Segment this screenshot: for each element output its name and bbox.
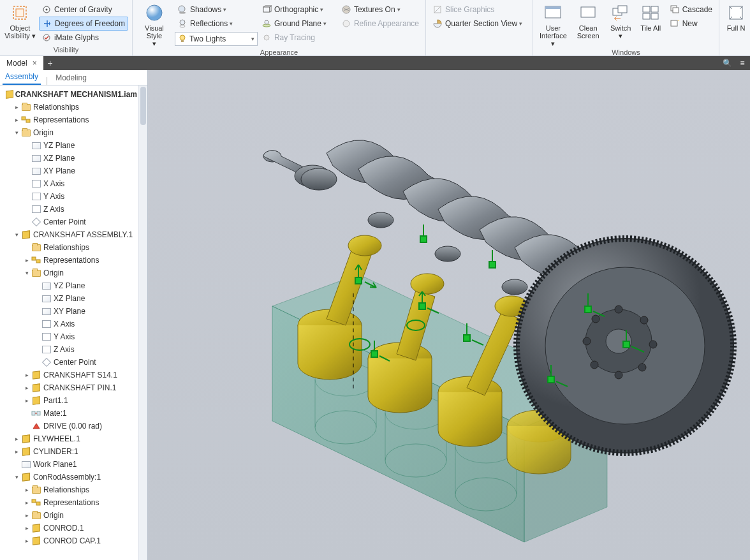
tree-crankshaft-pin[interactable]: ▸CRANKSHAFT PIN.1: [1, 381, 147, 394]
tree-drive[interactable]: DRIVE (0.00 rad): [1, 420, 147, 432]
textures-button[interactable]: Textures On: [339, 3, 422, 17]
reps-icon: [21, 115, 31, 125]
tree-asm-y[interactable]: Y Axis: [1, 330, 147, 343]
tree-conrod-origin[interactable]: ▸Origin: [1, 509, 147, 522]
chevron-down-icon: ▾: [251, 36, 254, 42]
svg-rect-35: [36, 260, 40, 263]
tile-all-button[interactable]: Tile All: [637, 1, 665, 47]
tree-x-axis[interactable]: X Axis: [1, 177, 147, 190]
degrees-of-freedom-button[interactable]: Degrees of Freedom: [39, 17, 128, 31]
tree-conrod-reps[interactable]: ▸Representations: [1, 496, 147, 509]
tree-asm-xy[interactable]: XY Plane: [1, 305, 147, 318]
imate-glyphs-button[interactable]: iMate Glyphs: [39, 31, 128, 45]
object-visibility-button[interactable]: ObjectVisibility ▾: [4, 1, 36, 45]
panel-tab-model[interactable]: Model ×: [0, 56, 43, 70]
tree-flywheel[interactable]: ▸FLYWHEEL.1: [1, 432, 147, 445]
switch-label: Switch▾: [610, 24, 631, 40]
tree-asm-representations[interactable]: ▸Representations: [1, 254, 147, 267]
cascade-button[interactable]: Cascade: [667, 3, 715, 17]
tree-conrod-rel[interactable]: ▸Relationships: [1, 483, 147, 496]
visibility-group-label: Visibility: [4, 45, 128, 55]
tree-center-point[interactable]: Center Point: [1, 216, 147, 228]
tree-part1[interactable]: ▸Part1.1: [1, 394, 147, 407]
menu-icon[interactable]: ≡: [735, 59, 750, 68]
tree-crankshaft-s14[interactable]: ▸CRANKSHAFT S14.1: [1, 369, 147, 381]
orthographic-label: Orthographic: [274, 5, 318, 14]
refine-appearance-button[interactable]: Refine Appearance: [339, 17, 422, 31]
center-of-gravity-button[interactable]: Center of Gravity: [39, 3, 128, 17]
scrollbar-thumb[interactable]: [140, 87, 146, 125]
tab-modeling[interactable]: Modeling: [53, 71, 89, 85]
part-icon: [21, 446, 31, 457]
tree-workplane[interactable]: Work Plane1: [1, 458, 147, 471]
tree-z-axis[interactable]: Z Axis: [1, 203, 147, 216]
svg-point-3: [45, 9, 47, 11]
svg-rect-33: [26, 119, 30, 122]
tree-cylinder[interactable]: ▸CYLINDER:1: [1, 445, 147, 458]
tree-yz-plane[interactable]: YZ Plane: [1, 139, 147, 152]
svg-point-14: [265, 20, 268, 24]
plane-icon: [31, 140, 41, 151]
tree-scrollbar[interactable]: [138, 85, 147, 560]
tree-asm-z[interactable]: Z Axis: [1, 343, 147, 356]
switch-button[interactable]: Switch▾: [607, 1, 635, 47]
svg-point-56: [368, 212, 393, 228]
add-panel-button[interactable]: +: [43, 58, 57, 68]
svg-rect-76: [371, 351, 378, 357]
object-visibility-label: ObjectVisibility ▾: [4, 24, 36, 40]
tree-conrod-cap[interactable]: ▸CONROD CAP.1: [1, 534, 147, 547]
tree-asm-origin[interactable]: ▾Origin: [1, 267, 147, 279]
quarter-section-button[interactable]: Quarter Section View: [430, 17, 529, 31]
tree-xz-plane[interactable]: XZ Plane: [1, 152, 147, 165]
ground-plane-button[interactable]: Ground Plane: [259, 17, 336, 31]
tile-icon: [640, 3, 661, 23]
tree-asm-x[interactable]: X Axis: [1, 318, 147, 330]
visual-style-button[interactable]: Visual Style▾: [136, 1, 172, 47]
tree-origin[interactable]: ▾Origin: [1, 126, 147, 139]
tree-y-axis[interactable]: Y Axis: [1, 190, 147, 203]
3d-viewport[interactable]: [148, 70, 750, 560]
tree-crankshaft-assembly[interactable]: ▾CRANKSHAFT ASSEMBLY.1: [1, 228, 147, 241]
tree-relationships[interactable]: ▸Relationships: [1, 101, 147, 114]
tree-representations[interactable]: ▸Representations: [1, 114, 147, 126]
svg-point-66: [640, 316, 648, 324]
tree-root[interactable]: CRANKSHAFT MECHANISM1.iam: [1, 88, 147, 101]
tree-conrod-assembly[interactable]: ▾ConRodAssembly:1: [1, 471, 147, 483]
shadow-icon: [177, 4, 188, 15]
user-interface-button[interactable]: UserInterface ▾: [537, 1, 570, 47]
tab-assembly[interactable]: Assembly: [3, 70, 41, 85]
orthographic-button[interactable]: Orthographic: [259, 3, 336, 17]
new-window-button[interactable]: New: [667, 17, 715, 31]
close-icon[interactable]: ×: [33, 59, 37, 68]
tree-asm-relationships[interactable]: Relationships: [1, 241, 147, 254]
ray-tracing-button[interactable]: Ray Tracing: [259, 31, 336, 45]
appearance-group-label: Appearance: [136, 47, 422, 57]
shadows-button[interactable]: Shadows: [175, 3, 256, 17]
full-nav-button[interactable]: Full N: [723, 1, 749, 32]
search-icon[interactable]: 🔍: [719, 59, 735, 68]
model-tree[interactable]: CRANKSHAFT MECHANISM1.iam ▸Relationships…: [0, 85, 147, 560]
tree-mate1[interactable]: Mate:1: [1, 407, 147, 420]
plane-icon: [41, 281, 52, 291]
part-icon: [31, 536, 41, 546]
svg-rect-78: [585, 306, 591, 313]
svg-point-47: [348, 235, 381, 256]
tree-xy-plane[interactable]: XY Plane: [1, 165, 147, 177]
plane-icon: [21, 459, 31, 469]
folder-icon: [31, 242, 41, 253]
tree-asm-xz[interactable]: XZ Plane: [1, 292, 147, 305]
reflections-button[interactable]: Reflections: [175, 17, 256, 31]
lights-select[interactable]: Two Lights ▾: [175, 32, 258, 46]
tree-conrod[interactable]: ▸CONROD.1: [1, 522, 147, 534]
panel-tab-bar: Model × + 🔍 ≡: [0, 56, 750, 70]
plane-icon: [31, 153, 41, 163]
new-label: New: [682, 19, 698, 28]
tree-asm-center[interactable]: Center Point: [1, 356, 147, 369]
svg-point-17: [343, 20, 349, 27]
clean-screen-button[interactable]: Clean Screen: [572, 1, 605, 47]
dof-label: Degrees of Freedom: [55, 19, 125, 28]
svg-rect-30: [671, 20, 677, 26]
texture-icon: [341, 4, 351, 15]
slice-graphics-button[interactable]: Slice Graphics: [430, 3, 529, 17]
tree-asm-yz[interactable]: YZ Plane: [1, 279, 147, 292]
